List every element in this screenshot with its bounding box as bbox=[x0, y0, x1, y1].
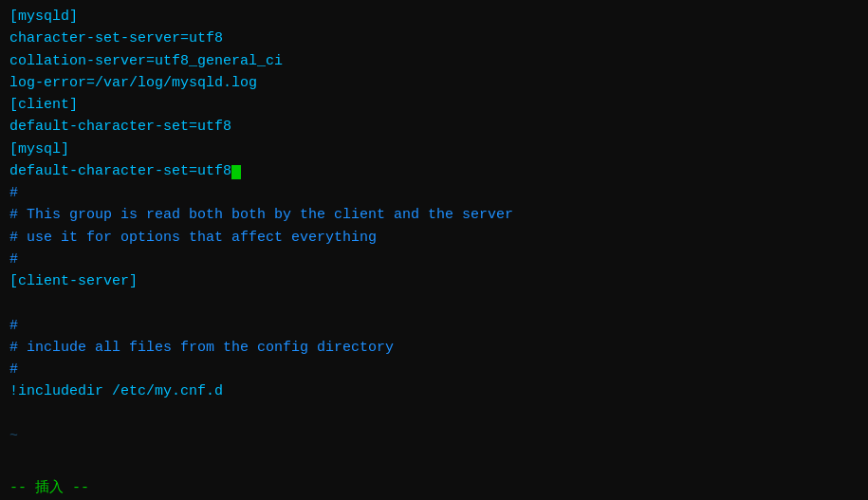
cursor bbox=[231, 165, 241, 179]
line-19 bbox=[9, 403, 859, 425]
line-5: [client] bbox=[9, 94, 859, 116]
line-18: !includedir /etc/my.cnf.d bbox=[9, 380, 859, 402]
line-7: [mysql] bbox=[9, 139, 859, 160]
line-tilde: ~ bbox=[9, 425, 859, 447]
editor-area: [mysqld] character-set-server=utf8 colla… bbox=[0, 0, 868, 474]
line-13: [client-server] bbox=[9, 270, 859, 292]
status-bar: -- 插入 -- bbox=[0, 474, 868, 500]
line-4: log-error=/var/log/mysqld.log bbox=[9, 72, 859, 94]
line-14 bbox=[9, 292, 859, 314]
line-8: default-character-set=utf8 bbox=[9, 160, 859, 182]
line-2: character-set-server=utf8 bbox=[9, 28, 859, 49]
line-12: # bbox=[9, 249, 859, 270]
line-17: # bbox=[9, 359, 859, 380]
line-9: # bbox=[9, 182, 859, 204]
line-3: collation-server=utf8_general_ci bbox=[9, 50, 859, 72]
line-11: # use it for options that affect everyth… bbox=[9, 227, 859, 249]
line-16: # include all files from the config dire… bbox=[9, 337, 859, 359]
line-15: # bbox=[9, 315, 859, 337]
line-1: [mysqld] bbox=[9, 6, 859, 28]
insert-mode-label: -- 插入 -- bbox=[9, 480, 89, 496]
line-6: default-character-set=utf8 bbox=[9, 116, 859, 138]
line-10: # This group is read both both by the cl… bbox=[9, 204, 859, 226]
